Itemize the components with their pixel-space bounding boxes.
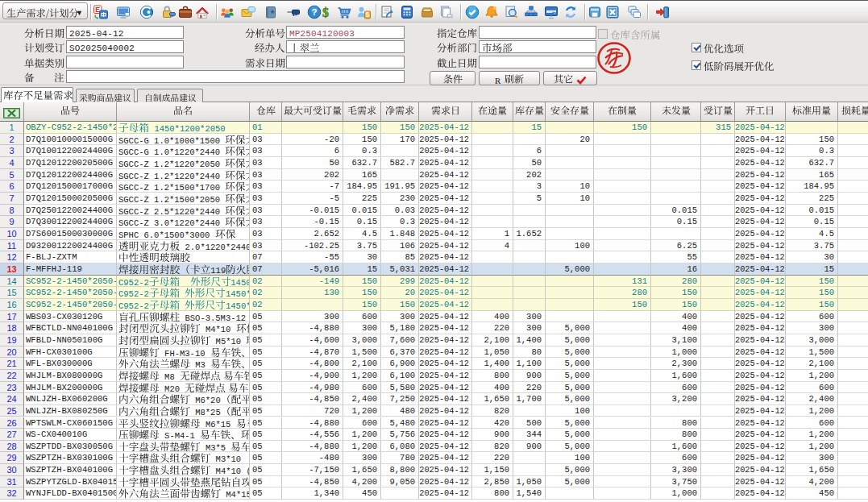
svg-text:?: ? [311,7,317,17]
svg-text:$: $ [365,10,369,19]
svg-text:$: $ [322,6,329,19]
